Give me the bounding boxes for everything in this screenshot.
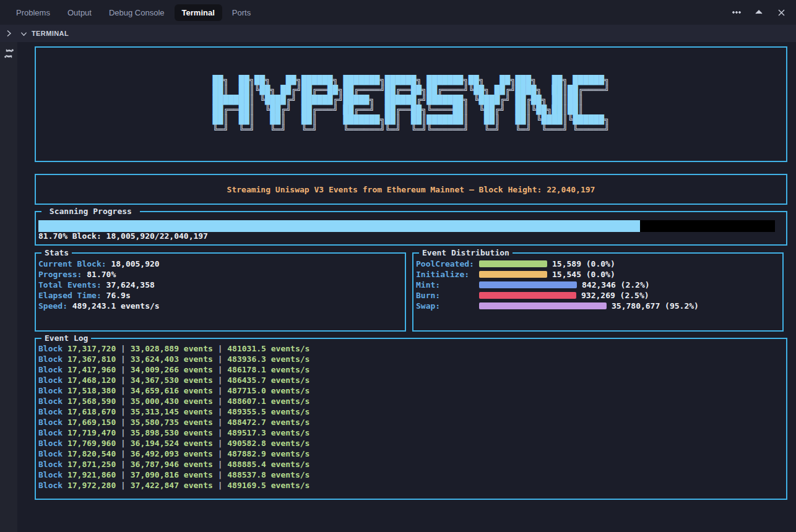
log-speed-suffix: events/s (271, 439, 310, 448)
log-events-suffix: events (184, 365, 213, 374)
log-speed-suffix: events/s (271, 418, 310, 427)
distribution-label: Burn: (416, 290, 479, 301)
more-actions-icon[interactable] (732, 7, 742, 17)
distribution-value: 15,589 (0.0%) (552, 259, 615, 269)
distribution-label: PoolCreated: (416, 259, 479, 269)
log-speed: 489517.3 (227, 428, 266, 437)
terminal-label: TERMINAL (32, 30, 69, 37)
stat-label: Current Block: (38, 259, 106, 268)
stat-label: Progress: (38, 270, 82, 279)
log-separator: | (121, 428, 126, 437)
log-separator: | (218, 375, 223, 385)
stats-rows: Current Block: 18,005,920 Progress: 81.7… (36, 254, 405, 311)
log-block-number: 17,367,810 (67, 354, 116, 364)
maximize-panel-icon[interactable] (754, 7, 764, 17)
log-events-count: 34,009,266 (131, 365, 179, 374)
distribution-row: Mint: 842,346 (2.2%) (416, 280, 782, 290)
stat-row: Current Block: 18,005,920 (38, 259, 405, 269)
log-block-number: 17,518,380 (67, 386, 116, 395)
event-log-title: Event Log (41, 333, 91, 343)
log-events-suffix: events (184, 375, 213, 385)
log-separator: | (218, 365, 223, 374)
stat-row: Speed: 489,243.1 events/s (38, 301, 405, 311)
log-events-suffix: events (184, 470, 213, 479)
log-events-count: 36,194,524 (131, 439, 179, 448)
scanning-progress-box: Scanning Progress 81.70% Block: 18,005,9… (35, 211, 787, 246)
log-speed-suffix: events/s (271, 470, 310, 479)
log-speed: 490582.8 (227, 439, 266, 448)
distribution-value: 15,545 (0.0%) (552, 269, 615, 280)
sync-icon[interactable] (0, 45, 17, 62)
log-separator: | (218, 470, 223, 479)
log-block-prefix: Block (38, 418, 63, 427)
log-block-number: 17,417,960 (67, 365, 116, 374)
event-log-row: Block 17,871,250 | 36,787,946 events | 4… (38, 459, 786, 470)
event-log-row: Block 17,417,960 | 34,009,266 events | 4… (38, 364, 786, 375)
event-log-row: Block 17,367,810 | 33,624,403 events | 4… (38, 354, 786, 364)
distribution-value: 35,780,677 (95.2%) (612, 301, 699, 311)
stat-row: Total Events: 37,624,358 (38, 280, 405, 290)
log-events-count: 34,367,530 (131, 375, 179, 385)
stats-box-title: Stats (41, 247, 72, 258)
log-speed: 488885.4 (227, 460, 266, 469)
distribution-label: Swap: (416, 301, 479, 311)
tab-output[interactable]: Output (67, 4, 92, 21)
tab-ports[interactable]: Ports (232, 4, 251, 21)
distribution-row: Swap: 35,780,677 (95.2%) (416, 301, 782, 311)
distribution-value: 842,346 (2.2%) (582, 280, 650, 290)
log-speed-suffix: events/s (271, 397, 310, 406)
log-events-suffix: events (184, 460, 213, 469)
terminal-viewport[interactable]: ██╗ ██╗██╗ ██╗██████╗ ███████╗██████╗ ██… (17, 42, 796, 532)
distribution-bar (479, 260, 547, 267)
log-speed: 481031.5 (227, 344, 266, 353)
log-separator: | (121, 470, 126, 479)
log-block-prefix: Block (38, 449, 63, 458)
terminal-panel-header: TERMINAL (0, 25, 796, 42)
panel-expand-icon[interactable] (0, 25, 17, 42)
log-block-prefix: Block (38, 344, 63, 353)
distribution-label: Initialize: (416, 269, 479, 280)
stream-subtitle: Streaming Uniswap V3 Events from Ethereu… (227, 184, 595, 195)
log-block-number: 17,568,590 (67, 397, 116, 406)
event-log-row: Block 17,820,540 | 36,492,093 events | 4… (38, 448, 786, 459)
terminal-section-title: TERMINAL (20, 30, 69, 37)
log-speed: 489169.5 (227, 481, 266, 490)
log-events-count: 34,659,616 (131, 386, 179, 395)
event-log-row: Block 17,518,380 | 34,659,616 events | 4… (38, 385, 786, 396)
log-events-count: 35,313,145 (131, 407, 179, 416)
log-events-count: 36,492,093 (131, 449, 179, 458)
log-events-suffix: events (184, 449, 213, 458)
event-log-row: Block 17,719,470 | 35,898,530 events | 4… (38, 427, 786, 438)
tab-debug-console[interactable]: Debug Console (109, 4, 165, 21)
log-separator: | (121, 407, 126, 416)
distribution-bar (479, 281, 577, 288)
log-block-number: 17,669,150 (67, 418, 116, 427)
log-events-count: 37,090,816 (131, 470, 179, 479)
log-block-prefix: Block (38, 470, 63, 479)
log-speed: 488472.7 (227, 418, 266, 427)
distribution-row: PoolCreated: 15,589 (0.0%) (416, 259, 782, 269)
log-speed: 486435.7 (227, 375, 266, 385)
log-events-count: 35,580,735 (131, 418, 179, 427)
distribution-box-title: Event Distribution (419, 247, 513, 258)
stat-value: 81.70% (87, 270, 116, 279)
tab-terminal[interactable]: Terminal (175, 4, 222, 21)
log-speed-suffix: events/s (271, 386, 310, 395)
log-speed: 483936.3 (227, 354, 266, 364)
log-speed-suffix: events/s (271, 481, 310, 490)
stat-label: Total Events: (38, 280, 102, 290)
distribution-label: Mint: (416, 280, 479, 290)
log-block-prefix: Block (38, 365, 63, 374)
log-block-number: 17,468,120 (67, 375, 116, 385)
log-events-suffix: events (184, 481, 213, 490)
tab-problems[interactable]: Problems (16, 4, 50, 21)
close-panel-icon[interactable] (776, 7, 786, 17)
log-events-count: 33,028,889 (131, 344, 179, 353)
log-separator: | (121, 481, 126, 490)
log-separator: | (121, 449, 126, 458)
log-events-suffix: events (184, 344, 213, 353)
chevron-down-icon[interactable] (20, 30, 27, 37)
log-block-number: 17,618,670 (67, 407, 116, 416)
event-log-row: Block 17,669,150 | 35,580,735 events | 4… (38, 417, 786, 427)
log-block-number: 17,820,540 (67, 449, 116, 458)
